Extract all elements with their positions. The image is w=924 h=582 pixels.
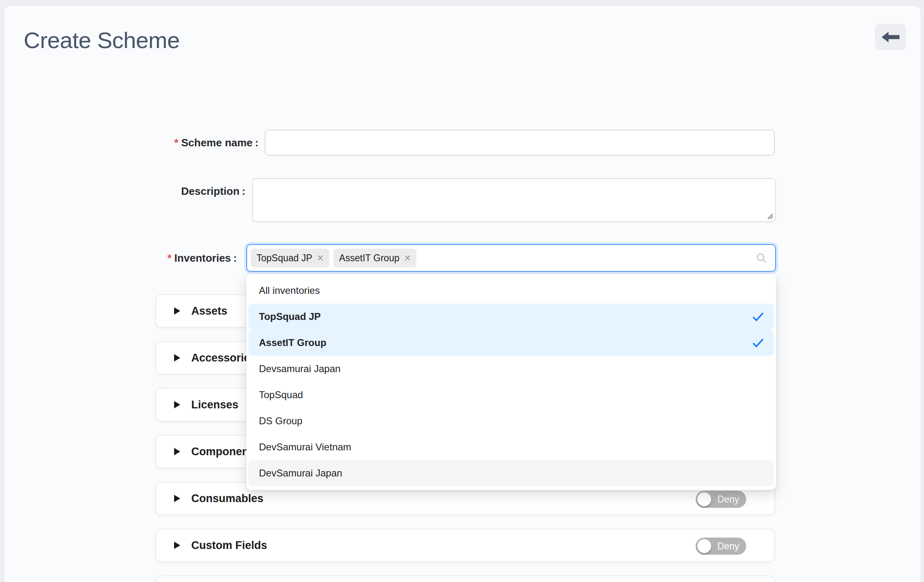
description-field-wrap xyxy=(252,178,776,222)
search-icon xyxy=(756,252,767,264)
panel-title: Licenses xyxy=(191,399,239,411)
back-button[interactable] xyxy=(875,24,906,50)
inventories-label: * Inventories : xyxy=(4,245,237,271)
dropdown-option[interactable]: DS Group xyxy=(248,408,774,434)
dropdown-option[interactable]: DevSamurai Vietnam xyxy=(248,434,774,460)
field-label-text: Inventories xyxy=(175,252,231,265)
option-label: TopSquad JP xyxy=(259,311,321,322)
toggle-label: Deny xyxy=(714,538,742,555)
dropdown-option[interactable]: TopSquad xyxy=(248,382,774,408)
scheme-name-label: * Scheme name : xyxy=(4,130,259,156)
description-label: * Description : xyxy=(4,178,245,204)
caret-right-icon xyxy=(174,307,180,315)
caret-right-icon xyxy=(174,448,180,455)
close-icon[interactable]: × xyxy=(317,253,324,264)
inventories-select[interactable]: TopSquad JP × AssetIT Group × xyxy=(246,244,776,272)
tag-label: AssetIT Group xyxy=(339,253,400,264)
toggle-label: Deny xyxy=(714,491,742,508)
label-colon: : xyxy=(255,137,259,149)
dropdown-option[interactable]: TopSquad JP xyxy=(248,304,774,330)
panel-title: Assets xyxy=(191,305,228,317)
label-colon: : xyxy=(242,185,245,198)
required-asterisk: * xyxy=(167,252,171,265)
close-icon[interactable]: × xyxy=(404,253,411,264)
panel-title: Consumables xyxy=(191,492,263,505)
resize-handle-icon[interactable] xyxy=(765,212,774,220)
check-icon xyxy=(752,311,764,322)
label-colon: : xyxy=(233,252,237,265)
deny-toggle[interactable]: Deny xyxy=(696,491,746,508)
caret-right-icon xyxy=(174,354,180,362)
dropdown-option[interactable]: AssetIT Group xyxy=(248,330,774,356)
description-textarea[interactable] xyxy=(252,178,776,222)
option-label: AssetIT Group xyxy=(259,337,326,348)
field-label-text: Description xyxy=(181,185,239,198)
scheme-name-input[interactable] xyxy=(265,130,775,156)
toggle-knob xyxy=(697,539,711,553)
option-label: DS Group xyxy=(259,415,303,427)
caret-right-icon xyxy=(174,542,180,549)
selected-tag: TopSquad JP × xyxy=(251,249,329,267)
tag-label: TopSquad JP xyxy=(256,253,312,264)
arrow-left-icon xyxy=(881,31,900,44)
dropdown-option[interactable]: Devsamurai Japan xyxy=(248,356,774,382)
caret-right-icon xyxy=(174,401,180,408)
option-label: All inventories xyxy=(259,285,320,296)
panel-title: Custom Fields xyxy=(191,539,267,552)
page-title: Create Scheme xyxy=(24,27,180,53)
create-scheme-card: Create Scheme * Scheme name : * Descript… xyxy=(3,5,922,582)
dropdown-option[interactable]: DevSamurai Japan xyxy=(248,460,774,486)
option-label: Devsamurai Japan xyxy=(259,363,340,375)
field-label-text: Scheme name xyxy=(181,137,252,149)
required-asterisk: * xyxy=(174,137,178,149)
selected-tag: AssetIT Group × xyxy=(334,249,417,267)
option-label: DevSamurai Japan xyxy=(259,467,342,479)
inventories-dropdown: All inventories TopSquad JP AssetIT Grou… xyxy=(246,274,776,490)
check-icon xyxy=(752,337,764,348)
option-label: DevSamurai Vietnam xyxy=(259,441,351,453)
permission-panel[interactable]: Custom Fields Deny xyxy=(155,529,775,562)
deny-toggle[interactable]: Deny xyxy=(696,538,746,555)
caret-right-icon xyxy=(174,495,180,502)
dropdown-option[interactable]: All inventories xyxy=(248,278,774,304)
option-label: TopSquad xyxy=(259,389,303,401)
toggle-knob xyxy=(697,492,711,506)
permission-panel[interactable]: Deny xyxy=(155,575,775,582)
